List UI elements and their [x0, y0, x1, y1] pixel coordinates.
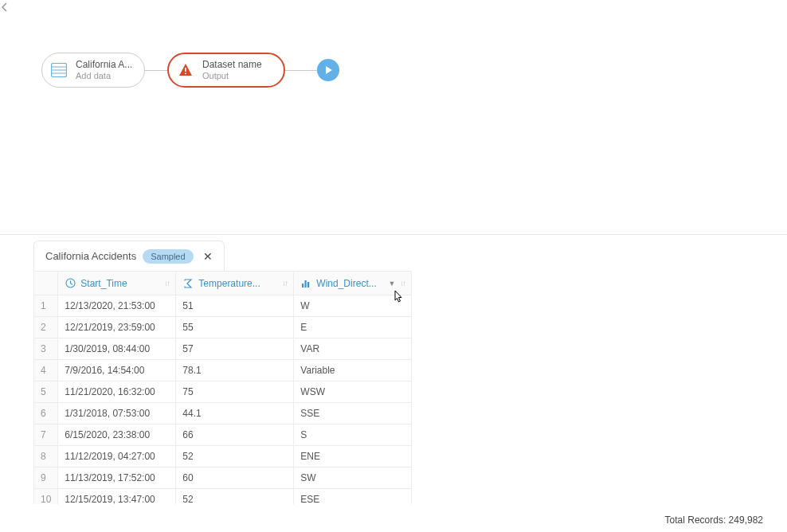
- svg-rect-9: [307, 282, 309, 288]
- column-header-temperature[interactable]: Temperature... ↓↑: [176, 272, 294, 295]
- table-row[interactable]: 76/15/2020, 23:38:0066S: [34, 424, 412, 446]
- column-header-start-time[interactable]: Start_Time ↓↑: [58, 272, 176, 295]
- cell-wind-direction: ESE: [294, 489, 412, 505]
- dropdown-caret-icon[interactable]: ▼: [388, 280, 395, 288]
- cell-temperature: 78.1: [176, 360, 294, 381]
- cell-start-time: 11/13/2019, 17:52:00: [58, 467, 176, 489]
- table-row[interactable]: 811/12/2019, 04:27:0052ENE: [34, 446, 412, 467]
- cell-wind-direction: SSE: [294, 403, 412, 424]
- svg-rect-8: [304, 280, 306, 288]
- svg-rect-5: [185, 73, 186, 75]
- data-table: Start_Time ↓↑ Temperature... ↓↑: [33, 271, 412, 504]
- row-number: 9: [34, 467, 58, 489]
- table-row[interactable]: 112/13/2020, 21:53:0051W: [34, 295, 412, 317]
- warning-icon: [177, 61, 194, 79]
- table-header-row: Start_Time ↓↑ Temperature... ↓↑: [34, 272, 412, 295]
- cell-temperature: 44.1: [176, 403, 294, 424]
- output-node[interactable]: Dataset name Output: [167, 53, 285, 88]
- node-title: California A...: [76, 59, 132, 70]
- cell-temperature: 60: [176, 467, 294, 489]
- row-number: 5: [34, 381, 58, 403]
- sampled-badge: Sampled: [143, 249, 193, 264]
- total-records-label: Total Records:: [665, 514, 726, 526]
- table-icon: [50, 61, 68, 79]
- cell-temperature: 52: [176, 446, 294, 467]
- table-row[interactable]: 31/30/2019, 08:44:0057VAR: [34, 338, 412, 360]
- sort-icon[interactable]: ↓↑: [400, 279, 405, 288]
- cell-temperature: 75: [176, 381, 294, 403]
- node-subtitle: Output: [202, 71, 262, 81]
- connector-line: [285, 70, 317, 71]
- row-number: 6: [34, 403, 58, 424]
- cell-temperature: 51: [176, 295, 294, 317]
- row-number: 8: [34, 446, 58, 467]
- cell-temperature: 55: [176, 317, 294, 338]
- data-table-panel: Start_Time ↓↑ Temperature... ↓↑: [33, 271, 775, 504]
- model-canvas[interactable]: California A... Add data Dataset name Ou…: [0, 0, 787, 235]
- cell-wind-direction: Variable: [294, 360, 412, 381]
- sort-icon[interactable]: ↓↑: [282, 279, 287, 288]
- svg-rect-4: [185, 68, 186, 72]
- cell-start-time: 12/13/2020, 21:53:00: [58, 295, 176, 317]
- cell-start-time: 1/31/2018, 07:53:00: [58, 403, 176, 424]
- cell-temperature: 52: [176, 489, 294, 505]
- node-title: Dataset name: [202, 59, 262, 70]
- rownum-header: [34, 272, 58, 295]
- tab-bar: California Accidents Sampled ✕: [0, 236, 787, 271]
- row-number: 1: [34, 295, 58, 317]
- cell-temperature: 66: [176, 424, 294, 446]
- table-row[interactable]: 47/9/2016, 14:54:0078.1Variable: [34, 360, 412, 381]
- cell-wind-direction: ENE: [294, 446, 412, 467]
- cell-temperature: 57: [176, 338, 294, 360]
- cell-start-time: 12/21/2019, 23:59:00: [58, 317, 176, 338]
- cell-wind-direction: W: [294, 295, 412, 317]
- table-row[interactable]: 61/31/2018, 07:53:0044.1SSE: [34, 403, 412, 424]
- row-number: 10: [34, 489, 58, 505]
- node-subtitle: Add data: [76, 71, 132, 81]
- cell-start-time: 7/9/2016, 14:54:00: [58, 360, 176, 381]
- table-row[interactable]: 911/13/2019, 17:52:0060SW: [34, 467, 412, 489]
- cell-wind-direction: S: [294, 424, 412, 446]
- connector-line: [143, 70, 167, 71]
- table-row[interactable]: 212/21/2019, 23:59:0055E: [34, 317, 412, 338]
- total-records-value: 249,982: [729, 514, 763, 526]
- clock-icon: [65, 278, 76, 289]
- cell-start-time: 1/30/2019, 08:44:00: [58, 338, 176, 360]
- cell-start-time: 11/21/2020, 16:32:00: [58, 381, 176, 403]
- tab-title: California Accidents: [45, 250, 136, 262]
- cell-wind-direction: WSW: [294, 381, 412, 403]
- data-node[interactable]: California A... Add data: [41, 53, 145, 88]
- row-number: 3: [34, 338, 58, 360]
- column-header-wind-direction[interactable]: Wind_Direct... ▼ ↓↑: [294, 272, 412, 295]
- row-number: 7: [34, 424, 58, 446]
- close-icon[interactable]: ✕: [203, 250, 213, 263]
- row-number: 2: [34, 317, 58, 338]
- cell-start-time: 11/12/2019, 04:27:00: [58, 446, 176, 467]
- cell-start-time: 6/15/2020, 23:38:00: [58, 424, 176, 446]
- cell-wind-direction: VAR: [294, 338, 412, 360]
- table-row[interactable]: 1012/15/2019, 13:47:0052ESE: [34, 489, 412, 505]
- cell-wind-direction: SW: [294, 467, 412, 489]
- run-button[interactable]: [317, 59, 339, 81]
- cell-start-time: 12/15/2019, 13:47:00: [58, 489, 176, 505]
- sort-icon[interactable]: ↓↑: [164, 279, 169, 288]
- play-icon: [323, 65, 333, 75]
- cell-wind-direction: E: [294, 317, 412, 338]
- table-row[interactable]: 511/21/2020, 16:32:0075WSW: [34, 381, 412, 403]
- total-records: Total Records: 249,982: [665, 514, 763, 526]
- tab-california-accidents[interactable]: California Accidents Sampled ✕: [33, 241, 225, 271]
- bar-chart-icon: [300, 278, 311, 289]
- sigma-icon: [182, 278, 194, 289]
- svg-rect-7: [302, 284, 303, 288]
- row-number: 4: [34, 360, 58, 381]
